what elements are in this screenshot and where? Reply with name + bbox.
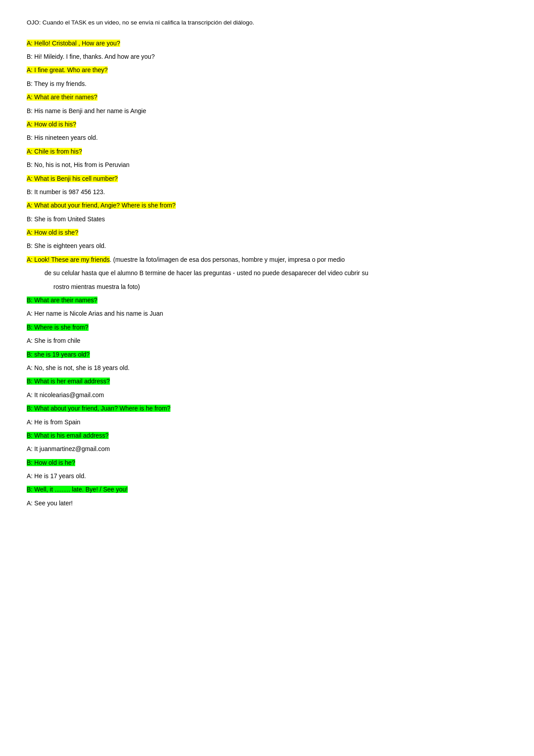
extra-line: de su celular hasta que el alumno B term…	[44, 268, 507, 278]
dialogue-line-line33: A: See you later!	[27, 498, 507, 508]
highlighted-text: B: How old is he?	[27, 459, 75, 466]
highlighted-text: B: What is his email address?	[27, 432, 109, 439]
dialogue-line-line21: A: She is from chile	[27, 336, 507, 345]
highlighted-text: A: Chile is from his?	[27, 148, 82, 155]
plain-text: B: His name is Benji and her name is Ang…	[27, 107, 146, 114]
highlighted-text: A: How old is she?	[27, 229, 78, 236]
highlighted-text: B: What is her email address?	[27, 378, 110, 385]
highlighted-text: A: What are their names?	[27, 93, 97, 101]
plain-text: B: They is my friends.	[27, 80, 86, 87]
extra-line-text: rostro mientras muestra la foto)	[53, 283, 140, 290]
highlighted-text: A: What about your friend, Angie? Where …	[27, 202, 176, 209]
dialogue-line-line17: A: Look! These are my friends. (muestre …	[27, 255, 507, 264]
dialogue-line-line14: B: She is from United States	[27, 214, 507, 224]
dialogue-line-line24: B: What is her email address?	[27, 376, 507, 386]
plain-text: A: No, she is not, she is 18 years old.	[27, 364, 129, 371]
dialogue-line-line18: B: What are their names?	[27, 295, 507, 305]
dialogue-line-line32: B: Well, it ......... late. Bye! / See y…	[27, 484, 507, 494]
dialogue-line-line5: A: What are their names?	[27, 92, 507, 102]
plain-text: A: He is from Spain	[27, 419, 81, 426]
header-note-text: OJO: Cuando el TASK es un video, no se e…	[27, 19, 254, 26]
dialogue-line-line1: A: Hello! Cristobal , How are you?	[27, 38, 507, 48]
dialogue-line-line13: A: What about your friend, Angie? Where …	[27, 200, 507, 210]
highlighted-text: B: What about your friend, Juan? Where i…	[27, 405, 170, 412]
plain-text: B: Hi! Mileidy. I fine, thanks. And how …	[27, 53, 155, 60]
highlighted-text: A: Hello! Cristobal , How are you?	[27, 40, 120, 47]
highlighted-text: B: What are their names?	[27, 297, 97, 304]
plain-text: B: No, his is not, His from is Peruvian	[27, 161, 129, 168]
dialogue-line-line27: A: He is from Spain	[27, 417, 507, 427]
dialogue-line-line7: A: How old is his?	[27, 119, 507, 129]
dialogue-line-line9: A: Chile is from his?	[27, 146, 507, 156]
dialogue-line-line6: B: His name is Benji and her name is Ang…	[27, 106, 507, 116]
dialogue-line-line26: B: What about your friend, Juan? Where i…	[27, 403, 507, 413]
dialogue-line-line4: B: They is my friends.	[27, 79, 507, 89]
dialogue-line-line22: B: she is 19 years old?	[27, 350, 507, 359]
plain-text: B: His nineteen years old.	[27, 134, 98, 141]
highlighted-text: B: she is 19 years old?	[27, 351, 90, 358]
dialogue-line-line12: B: It number is 987 456 123.	[27, 187, 507, 197]
highlighted-text: A: How old is his?	[27, 121, 76, 128]
dialogue-container: A: Hello! Cristobal , How are you?B: Hi!…	[27, 38, 507, 508]
plain-text: A: He is 17 years old.	[27, 472, 86, 480]
header-note: OJO: Cuando el TASK es un video, no se e…	[27, 18, 507, 28]
dialogue-line-line11: A: What is Benji his cell number?	[27, 174, 507, 183]
dialogue-line-line8: B: His nineteen years old.	[27, 133, 507, 142]
dialogue-line-line16: B: She is eighteen years old.	[27, 241, 507, 251]
highlighted-text: A: I fine great. Who are they?	[27, 66, 108, 73]
highlighted-text: B: Where is she from?	[27, 324, 89, 331]
dialogue-line-line30: B: How old is he?	[27, 458, 507, 467]
dialogue-line-line10: B: No, his is not, His from is Peruvian	[27, 160, 507, 170]
plain-text: A: See you later!	[27, 500, 73, 507]
plain-text: A: It nicolearias@gmail.com	[27, 391, 104, 398]
highlighted-text: A: What is Benji his cell number?	[27, 175, 118, 182]
dialogue-line-line31: A: He is 17 years old.	[27, 471, 507, 481]
plain-text: A: She is from chile	[27, 337, 81, 344]
dialogue-line-line23: A: No, she is not, she is 18 years old.	[27, 363, 507, 373]
extra-line-text: de su celular hasta que el alumno B term…	[44, 269, 368, 276]
plain-text: B: She is eighteen years old.	[27, 242, 106, 249]
plain-text: B: It number is 987 456 123.	[27, 188, 105, 195]
dialogue-line-line15: A: How old is she?	[27, 228, 507, 237]
dialogue-line-line19: A: Her name is Nicole Arias and his name…	[27, 309, 507, 318]
plain-text: B: She is from United States	[27, 215, 105, 223]
dialogue-line-line3: A: I fine great. Who are they?	[27, 65, 507, 75]
dialogue-line-line28: B: What is his email address?	[27, 431, 507, 440]
dialogue-line-line2: B: Hi! Mileidy. I fine, thanks. And how …	[27, 52, 507, 61]
plain-text: A: It juanmartinez@gmail.com	[27, 445, 110, 452]
dialogue-line-line29: A: It juanmartinez@gmail.com	[27, 444, 507, 454]
suffix-text: . (muestre la foto/imagen de esa dos per…	[110, 256, 345, 263]
dialogue-line-line20: B: Where is she from?	[27, 322, 507, 332]
dialogue-line-line25: A: It nicolearias@gmail.com	[27, 390, 507, 400]
highlighted-text: A: Look! These are my friends	[27, 256, 110, 263]
highlighted-text: B: Well, it ......... late. Bye! / See y…	[27, 486, 128, 493]
plain-text: A: Her name is Nicole Arias and his name…	[27, 310, 163, 317]
extra-line: rostro mientras muestra la foto)	[53, 282, 507, 292]
